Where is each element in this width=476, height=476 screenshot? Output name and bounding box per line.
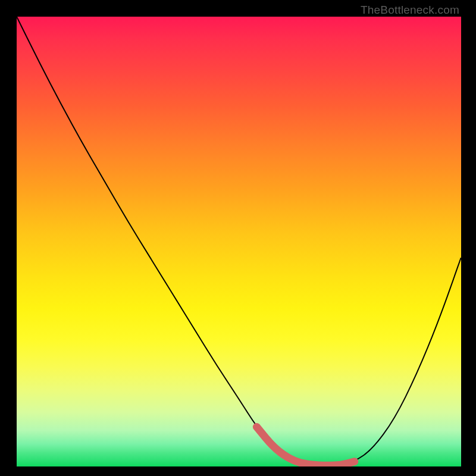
plot-area [17, 17, 461, 466]
watermark-text: TheBottleneck.com [361, 4, 459, 17]
chart-container: TheBottleneck.com [0, 0, 476, 476]
gradient-background [17, 17, 461, 466]
